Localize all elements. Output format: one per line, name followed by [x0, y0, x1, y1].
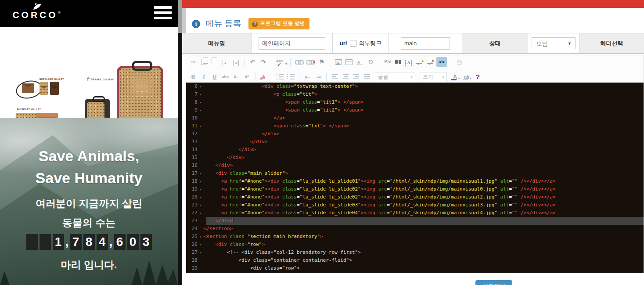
code-line: 9▾ <span class="tit2"> </span>: [186, 106, 644, 114]
passport-wallet-image: [16, 113, 58, 118]
special-char-icon[interactable]: Ω: [366, 57, 375, 67]
admin-panel: i 메뉴 등록 ?프로그램 연동 방법 메뉴명 url 외부링크 상태 보임: [182, 0, 644, 285]
fold-arrow-icon[interactable]: ▾: [198, 170, 204, 178]
paste-word-icon[interactable]: W: [232, 57, 241, 67]
bold-icon[interactable]: B: [189, 72, 198, 82]
code-line: 8▾ <span class="tit1"> </span>: [186, 98, 644, 106]
counter-digit-box: 1: [53, 234, 64, 250]
code-line: 7▾ <p class="tit">: [186, 90, 644, 98]
fold-arrow-icon[interactable]: ▾: [198, 186, 204, 194]
subscript-icon[interactable]: x₂: [232, 72, 241, 82]
align-justify-icon[interactable]: [363, 72, 371, 82]
superscript-icon[interactable]: x²: [242, 72, 251, 82]
indent-icon[interactable]: ⇥: [314, 72, 323, 82]
fold-arrow-icon[interactable]: ▾: [198, 83, 204, 91]
url-input[interactable]: [401, 37, 450, 50]
font-size-dropdown[interactable]: 크기▾: [420, 72, 447, 82]
code-line: 6▾ <div class="txtwrap text-center">: [186, 83, 644, 90]
chevron-down-icon: ▼: [568, 38, 572, 50]
save-button[interactable]: 저장하기: [475, 280, 512, 285]
remove-comment-icon[interactable]: ✗: [426, 57, 435, 67]
link-icon[interactable]: [294, 57, 304, 67]
hero-title-line2: Save Humanity: [0, 170, 178, 187]
menu-form-row: 메뉴명 url 외부링크 상태 보임 ▼ 헤더선택: [182, 33, 644, 54]
fold-arrow-icon[interactable]: ▾: [198, 194, 204, 202]
hamburger-menu-icon[interactable]: [154, 6, 172, 21]
counter-digit-box: 3: [140, 234, 152, 250]
scrollbar-thumb[interactable]: [178, 0, 182, 33]
italic-icon[interactable]: I: [199, 72, 208, 82]
page-title: 메뉴 등록: [205, 18, 241, 29]
fold-arrow-icon[interactable]: ▾: [198, 107, 204, 115]
fold-arrow-icon[interactable]: ▾: [198, 249, 204, 257]
necklace-wallet-image: [22, 83, 34, 93]
strikethrough-icon[interactable]: abc: [221, 72, 230, 82]
image-icon[interactable]: [334, 57, 343, 67]
align-center-icon[interactable]: [341, 72, 350, 82]
product-slider[interactable]: NECKLACE WALLET PASSPORT WALLET TRAVEL G…: [0, 27, 178, 118]
numbered-list-icon[interactable]: 123: [276, 72, 284, 82]
code-line: 10 </p>: [186, 114, 644, 122]
source-code-area[interactable]: 6▾ <div class="txtwrap text-center">7▾ <…: [186, 83, 644, 273]
bg-color-icon[interactable]: ab▾: [462, 72, 471, 82]
status-select[interactable]: 보임 ▼: [532, 37, 576, 49]
unlink-icon[interactable]: ✗: [306, 57, 315, 67]
copy-icon[interactable]: [199, 57, 208, 67]
print-icon[interactable]: ⎙: [455, 57, 464, 67]
external-link-label: 외부링크: [359, 40, 381, 47]
horizontal-line-icon[interactable]: A: [356, 57, 364, 67]
menu-name-input[interactable]: [259, 37, 325, 50]
url-cell: url 외부링크: [333, 33, 389, 53]
fold-arrow-icon[interactable]: ▾: [198, 99, 204, 107]
code-line: 25▾<section class="section-main-brandsto…: [186, 233, 644, 241]
code-line: 23 </div>: [186, 217, 644, 225]
hero-counter-suffix: 마리 입니다.: [0, 258, 178, 272]
anchor-icon[interactable]: ⚑: [317, 57, 326, 67]
font-family-dropdown[interactable]: 글꼴▾: [375, 72, 415, 82]
registered-mark: ®: [58, 11, 61, 14]
select-all-icon[interactable]: A: [404, 57, 413, 67]
necklace-wallet-caption: NECKLACE WALLET: [40, 78, 64, 80]
fold-arrow-icon[interactable]: ▾: [198, 178, 204, 186]
paste-icon[interactable]: [210, 57, 219, 67]
code-line: 17▾ <div class="main_slider">: [186, 170, 644, 177]
animal-counter: 1,784,603: [0, 234, 178, 250]
paste-text-icon[interactable]: A: [221, 57, 230, 67]
undo-icon[interactable]: ↶: [248, 57, 257, 67]
fold-arrow-icon[interactable]: ▾: [198, 241, 204, 249]
align-right-icon[interactable]: [352, 72, 361, 82]
fold-arrow-icon[interactable]: ▾: [198, 123, 204, 130]
redo-icon[interactable]: ↷: [259, 57, 268, 67]
fold-arrow-icon[interactable]: ▾: [198, 202, 204, 209]
brand-text: CORCO: [12, 10, 58, 20]
align-left-icon[interactable]: [331, 72, 339, 82]
question-icon: ?: [252, 22, 258, 27]
add-comment-icon[interactable]: +: [415, 57, 424, 67]
fold-arrow-icon[interactable]: ▾: [198, 233, 204, 241]
maximize-icon[interactable]: ⇱⇲: [383, 57, 392, 67]
find-replace-icon[interactable]: [394, 57, 403, 67]
remove-format-icon[interactable]: A: [259, 72, 268, 82]
code-line: 15 </div>: [186, 154, 644, 162]
text-color-icon[interactable]: A▾: [450, 72, 460, 82]
external-link-checkbox[interactable]: [350, 40, 356, 47]
counter-digit-box: 6: [114, 234, 126, 250]
fold-arrow-icon[interactable]: ▾: [198, 209, 204, 217]
html-source-editor: ✂ A W ↶ ↷ ABC ✔ ▾ ✗ ⚑: [186, 55, 644, 273]
about-help-icon[interactable]: ?: [473, 72, 482, 82]
code-line: 20▾ <a href="#none"><div class="lu_slide…: [186, 193, 644, 201]
source-mode-icon[interactable]: <>: [436, 57, 447, 67]
preview-scrollbar[interactable]: [178, 0, 182, 285]
program-link-help-button[interactable]: ?프로그램 연동 방법: [248, 18, 309, 29]
fold-arrow-icon[interactable]: ▾: [198, 91, 204, 99]
travel-go-bag-caption: TRAVEL GO BAG: [86, 77, 115, 81]
site-logo[interactable]: CORCO®: [12, 3, 61, 20]
cut-icon[interactable]: ✂: [189, 57, 198, 67]
outdent-icon[interactable]: ⇤: [303, 72, 312, 82]
small-backpack-image: [85, 99, 110, 118]
code-line: 27▾ <!-- <div class="col-12 brandstory_r…: [186, 249, 644, 256]
underline-icon[interactable]: U: [210, 72, 219, 82]
table-icon[interactable]: [345, 57, 353, 67]
spellcheck-icon[interactable]: ABC ✔ ▾: [276, 57, 286, 67]
bulleted-list-icon[interactable]: •••: [287, 72, 295, 82]
